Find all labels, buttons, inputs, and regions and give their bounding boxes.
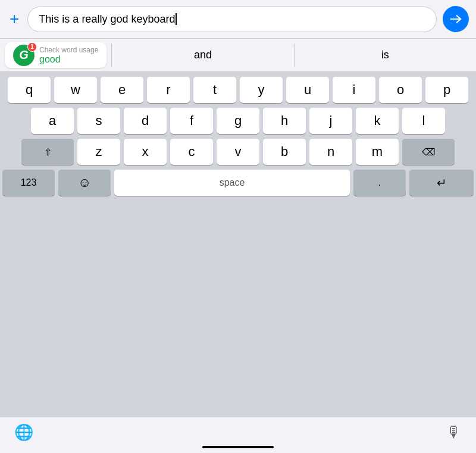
- keyboard: q w e r t y u i o p a s d f g h j k l ⇧ …: [0, 72, 476, 417]
- top-bar: + This is a really god keyboard: [0, 0, 476, 39]
- key-row-4: 123 ☺ space . ↵: [2, 170, 474, 196]
- key-r[interactable]: r: [147, 77, 190, 103]
- home-indicator: [202, 446, 274, 448]
- period-key[interactable]: .: [353, 170, 406, 196]
- suggestion-is[interactable]: is: [295, 39, 476, 71]
- key-v[interactable]: v: [217, 139, 259, 165]
- key-w[interactable]: w: [54, 77, 97, 103]
- key-b[interactable]: b: [263, 139, 306, 165]
- key-s[interactable]: s: [77, 108, 120, 134]
- suggestion-row: G 1 Check word usage good and is: [0, 39, 476, 72]
- grammarly-label: Check word usage: [39, 46, 98, 54]
- key-h[interactable]: h: [263, 108, 306, 134]
- send-button[interactable]: [443, 6, 469, 32]
- key-i[interactable]: i: [333, 77, 375, 103]
- message-input[interactable]: This is a really god keyboard: [27, 7, 437, 32]
- grammarly-word: good: [39, 54, 98, 65]
- return-key[interactable]: ↵: [409, 170, 474, 196]
- suggestion-and[interactable]: and: [112, 39, 293, 71]
- key-k[interactable]: k: [356, 108, 399, 134]
- key-t[interactable]: t: [193, 77, 236, 103]
- key-c[interactable]: c: [170, 139, 213, 165]
- input-text: This is a really god keyboard: [39, 13, 175, 26]
- shift-key[interactable]: ⇧: [21, 139, 74, 165]
- key-o[interactable]: o: [379, 77, 422, 103]
- grammarly-icon: G 1: [13, 45, 35, 66]
- backspace-key[interactable]: ⌫: [402, 139, 455, 165]
- key-j[interactable]: j: [309, 108, 352, 134]
- key-row-3: ⇧ z x c v b n m ⌫: [2, 139, 474, 165]
- mic-icon[interactable]: 🎙: [446, 423, 462, 442]
- space-key[interactable]: space: [114, 170, 350, 196]
- grammarly-badge: 1: [27, 42, 37, 52]
- key-g[interactable]: g: [217, 108, 259, 134]
- key-u[interactable]: u: [286, 77, 329, 103]
- key-z[interactable]: z: [77, 139, 120, 165]
- key-row-2: a s d f g h j k l: [2, 108, 474, 134]
- key-l[interactable]: l: [402, 108, 445, 134]
- plus-button[interactable]: +: [7, 11, 21, 27]
- key-x[interactable]: x: [124, 139, 167, 165]
- emoji-key[interactable]: ☺: [58, 170, 111, 196]
- grammarly-letter: G: [19, 48, 29, 62]
- bottom-bar: 🌐 🎙: [0, 417, 476, 453]
- key-e[interactable]: e: [101, 77, 143, 103]
- key-f[interactable]: f: [170, 108, 213, 134]
- globe-icon[interactable]: 🌐: [14, 423, 33, 442]
- grammarly-suggestion-block[interactable]: G 1 Check word usage good: [5, 42, 107, 68]
- grammarly-text-block: Check word usage good: [39, 46, 98, 65]
- key-d[interactable]: d: [124, 108, 167, 134]
- key-y[interactable]: y: [240, 77, 283, 103]
- key-q[interactable]: q: [8, 77, 51, 103]
- key-a[interactable]: a: [31, 108, 74, 134]
- key-row-1: q w e r t y u i o p: [2, 77, 474, 103]
- key-m[interactable]: m: [356, 139, 399, 165]
- numbers-key[interactable]: 123: [2, 170, 55, 196]
- key-p[interactable]: p: [425, 77, 468, 103]
- key-n[interactable]: n: [309, 139, 352, 165]
